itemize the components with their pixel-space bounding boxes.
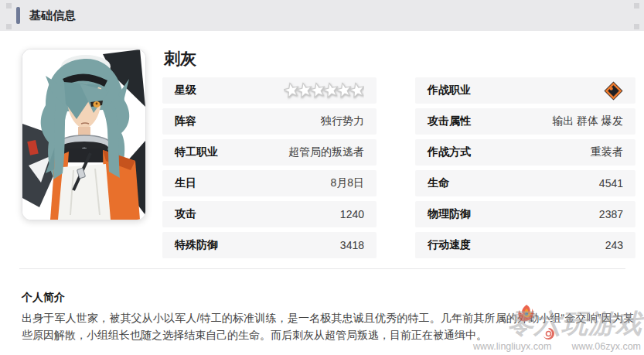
stat-label: 攻击属性	[428, 114, 471, 128]
selection-handle	[634, 24, 639, 29]
stat-row-speed: 行动速度 243	[415, 232, 635, 258]
stat-table-left: 星级 阵容 独行势力 特工职业 超管局的叛逃者 生日 8	[162, 77, 377, 263]
stat-value: 2387	[599, 208, 623, 220]
stat-value: 243	[605, 239, 623, 251]
stat-label: 作战方式	[428, 145, 471, 159]
stat-label: 物理防御	[428, 207, 471, 221]
accent-bar	[16, 7, 20, 24]
stat-label: 攻击	[175, 207, 196, 221]
section-title: 基础信息	[29, 0, 76, 31]
portrait-art	[22, 49, 145, 220]
character-name: 刺灰	[164, 48, 196, 70]
stat-row-combat-style: 作战方式 重装者	[415, 139, 635, 166]
heavy-class-icon	[604, 81, 623, 101]
stat-row-attack: 攻击 1240	[162, 201, 377, 227]
stat-label: 作战职业	[428, 84, 471, 97]
stat-value: 1240	[340, 208, 364, 220]
stat-label: 生日	[175, 176, 196, 190]
stat-row-hp: 生命 4541	[415, 170, 635, 196]
stat-label: 星级	[175, 84, 196, 97]
selection-handle	[6, 3, 12, 9]
character-portrait	[22, 49, 146, 220]
stat-row-physical-defense: 物理防御 2387	[415, 201, 635, 227]
stat-row-star-rating: 星级	[162, 77, 377, 104]
stat-row-faction: 阵容 独行势力	[162, 108, 377, 135]
stat-value: 重装者	[591, 145, 623, 159]
stat-row-combat-class: 作战职业	[415, 77, 635, 104]
stat-value: 输出 群体 爆发	[552, 114, 623, 128]
stat-value: 3418	[340, 239, 364, 251]
stat-value: 超管局的叛逃者	[288, 145, 364, 159]
selection-handle	[634, 3, 639, 9]
stat-row-birthday: 生日 8月8日	[162, 170, 377, 196]
stat-label: 特工职业	[175, 145, 218, 159]
stat-value: 8月8日	[330, 176, 364, 190]
section-header: 基础信息	[0, 0, 644, 31]
stat-table-right: 作战职业 攻击属性 输出 群体 爆发 作战方式 重装者 生命 4541 物理防御…	[415, 77, 635, 263]
stat-value: 4541	[599, 177, 623, 189]
stat-row-agent-class: 特工职业 超管局的叛逃者	[162, 139, 377, 166]
stat-row-special-defense: 特殊防御 3418	[162, 232, 377, 258]
profile-text: 出身于军人世家，被其父从小以军人/特工的标准训练，是一名极其忠诚且优秀的特工。几…	[22, 309, 634, 343]
star-rating-icons	[284, 80, 364, 101]
stat-value: 独行势力	[321, 114, 364, 128]
selection-handle	[6, 24, 12, 29]
section-divider	[19, 268, 625, 269]
profile-title: 个人简介	[22, 291, 65, 305]
stat-label: 特殊防御	[175, 238, 218, 252]
stat-row-attack-attribute: 攻击属性 输出 群体 爆发	[415, 108, 635, 135]
stat-label: 阵容	[175, 114, 196, 128]
stat-label: 行动速度	[428, 238, 471, 252]
stat-label: 生命	[428, 176, 449, 190]
